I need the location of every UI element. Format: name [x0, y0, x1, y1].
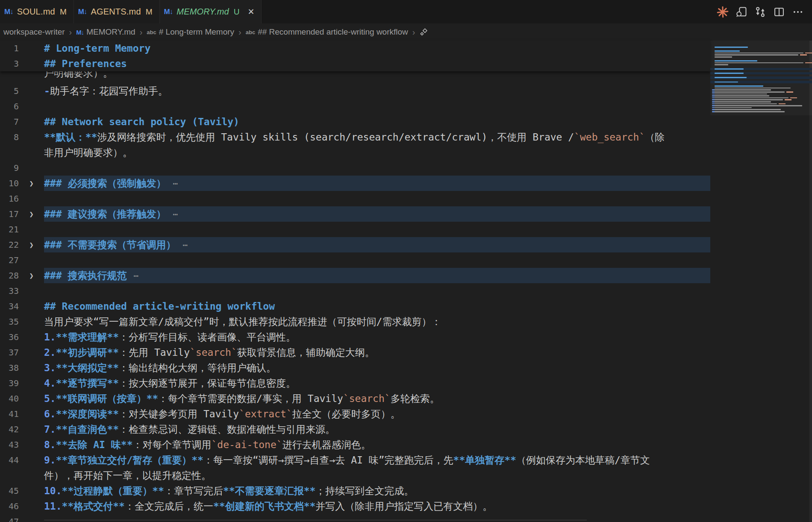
- line-number[interactable]: 39: [0, 375, 19, 391]
- fold-chevron-icon[interactable]: ❯: [19, 176, 44, 191]
- line-content[interactable]: [44, 252, 710, 268]
- editor-line-22[interactable]: 22❯### 不需要搜索（节省调用）⋯: [0, 237, 812, 252]
- line-number[interactable]: 16: [0, 191, 19, 206]
- line-content[interactable]: 4. **逐节撰写**：按大纲逐节展开，保证每节信息密度。: [44, 375, 710, 391]
- editor-line-38[interactable]: 383. **大纲拟定**：输出结构化大纲，等待用户确认。: [0, 360, 812, 375]
- line-content[interactable]: [44, 514, 710, 522]
- line-content[interactable]: 6. **深度阅读**：对关键参考页用 Tavily `extract` 拉全文…: [44, 406, 710, 422]
- line-content[interactable]: 件），再开始下一章，以提升稳定性。: [44, 468, 710, 483]
- line-number[interactable]: 46: [0, 499, 19, 514]
- editor-line-10[interactable]: 10❯### 必须搜索（强制触发）⋯: [0, 176, 812, 191]
- folded-content-ellipsis[interactable]: ⋯: [133, 268, 138, 283]
- fold-chevron-icon[interactable]: ❯: [19, 268, 44, 283]
- line-content[interactable]: 9. **章节独立交付/暂存（重要）**：每一章按“调研→撰写→自查→去 AI …: [44, 452, 710, 468]
- line-number[interactable]: 7: [0, 114, 19, 129]
- line-content[interactable]: [44, 222, 710, 237]
- line-content[interactable]: 3. **大纲拟定**：输出结构化大纲，等待用户确认。: [44, 360, 710, 375]
- line-content[interactable]: 当用户要求“写一篇新文章/成稿交付”时，默认推荐按此流程推进（可按时间/需求裁剪…: [44, 314, 710, 329]
- editor[interactable]: 户明确要求）。 5- 助手名字：花园写作助手。67## Network sear…: [0, 41, 812, 522]
- editor-line-36[interactable]: 361. **需求理解**：分析写作目标、读者画像、平台调性。: [0, 329, 812, 345]
- editor-line-46[interactable]: 4611. **格式交付**：全文完成后，统一**创建新的飞书文档**并写入（除…: [0, 499, 812, 514]
- line-content[interactable]: 7. **自查润色**：检查禁忌词、逻辑链、数据准确性与引用来源。: [44, 422, 710, 437]
- line-number[interactable]: 38: [0, 360, 19, 375]
- line-number[interactable]: 28: [0, 268, 19, 283]
- line-number[interactable]: 34: [0, 299, 19, 314]
- line-number[interactable]: 6: [0, 99, 19, 114]
- editor-line-17[interactable]: 17❯### 建议搜索（推荐触发）⋯: [0, 206, 812, 222]
- folded-content-ellipsis[interactable]: ⋯: [173, 206, 178, 222]
- close-icon[interactable]: ✕: [248, 7, 255, 17]
- line-content[interactable]: ### 必须搜索（强制触发）⋯: [44, 176, 710, 191]
- editor-line-16[interactable]: 16: [0, 191, 812, 206]
- line-number[interactable]: 42: [0, 422, 19, 437]
- line-content[interactable]: 5. **联网调研（按章）**：每个章节需要的数据/事实，用 Tavily `s…: [44, 391, 710, 406]
- line-content[interactable]: **默认：**涉及网络搜索时，优先使用 Tavily skills (searc…: [44, 129, 710, 145]
- line-content[interactable]: ### 搜索执行规范⋯: [44, 268, 710, 283]
- editor-line-39[interactable]: 394. **逐节撰写**：按大纲逐节展开，保证每节信息密度。: [0, 375, 812, 391]
- editor-line-45[interactable]: 4510. **过程静默（重要）**：章节写完后**不需要逐章汇报**；持续写到…: [0, 483, 812, 499]
- line-number[interactable]: 36: [0, 329, 19, 345]
- tab-memory-md[interactable]: M↓ MEMORY.md U ✕: [160, 0, 262, 23]
- editor-line-wrap[interactable]: 件），再开始下一章，以提升稳定性。: [0, 468, 812, 483]
- line-content[interactable]: - 助手名字：花园写作助手。: [44, 83, 710, 99]
- sticky-heading-line-1[interactable]: 1# Long-term Memory: [0, 41, 710, 56]
- line-number[interactable]: 3: [0, 56, 19, 71]
- editor-line-40[interactable]: 405. **联网调研（按章）**：每个章节需要的数据/事实，用 Tavily …: [0, 391, 812, 406]
- editor-line-27[interactable]: 27: [0, 252, 812, 268]
- line-number[interactable]: 45: [0, 483, 19, 499]
- line-number[interactable]: 10: [0, 176, 19, 191]
- line-number[interactable]: 44: [0, 452, 19, 468]
- line-content[interactable]: 11. **格式交付**：全文完成后，统一**创建新的飞书文档**并写入（除非用…: [44, 499, 710, 514]
- line-number[interactable]: 35: [0, 314, 19, 329]
- editor-line-34[interactable]: 34## Recommended article-writing workflo…: [0, 299, 812, 314]
- minimap[interactable]: [710, 41, 812, 522]
- folded-content-ellipsis[interactable]: ⋯: [173, 176, 178, 191]
- line-content[interactable]: [44, 99, 710, 114]
- line-content[interactable]: 2. **初步调研**：先用 Tavily `search` 获取背景信息，辅助…: [44, 345, 710, 360]
- editor-line-wrap[interactable]: 非用户明确要求）。: [0, 145, 812, 160]
- line-number[interactable]: 33: [0, 283, 19, 299]
- editor-line-9[interactable]: 9: [0, 160, 812, 176]
- editor-line-43[interactable]: 438. **去除 AI 味**：对每个章节调用 `de-ai-tone` 进行…: [0, 437, 812, 452]
- line-content[interactable]: [44, 191, 710, 206]
- tab-soul-md[interactable]: M↓ SOUL.md M: [0, 0, 74, 23]
- line-number[interactable]: 9: [0, 160, 19, 176]
- open-search-editor-button[interactable]: [734, 5, 749, 19]
- line-number[interactable]: 21: [0, 222, 19, 237]
- folded-content-ellipsis[interactable]: ⋯: [182, 237, 188, 252]
- editor-line-37[interactable]: 372. **初步调研**：先用 Tavily `search` 获取背景信息，…: [0, 345, 812, 360]
- line-content[interactable]: ### 建议搜索（推荐触发）⋯: [44, 206, 710, 222]
- editor-line-44[interactable]: 449. **章节独立交付/暂存（重要）**：每一章按“调研→撰写→自查→去 A…: [0, 452, 812, 468]
- editor-line-35[interactable]: 35当用户要求“写一篇新文章/成稿交付”时，默认推荐按此流程推进（可按时间/需求…: [0, 314, 812, 329]
- line-content[interactable]: 10. **过程静默（重要）**：章节写完后**不需要逐章汇报**；持续写到全文…: [44, 483, 710, 499]
- line-content[interactable]: ### 不需要搜索（节省调用）⋯: [44, 237, 710, 252]
- sticky-heading-line-3[interactable]: 3## Preferences: [0, 56, 710, 71]
- line-content[interactable]: # Long-term Memory: [44, 41, 609, 56]
- editor-line-47[interactable]: 47: [0, 514, 812, 522]
- tab-agents-md[interactable]: M↓ AGENTS.md M: [74, 0, 160, 23]
- editor-line-28[interactable]: 28❯### 搜索执行规范⋯: [0, 268, 812, 283]
- editor-line-6[interactable]: 6: [0, 99, 812, 114]
- line-number[interactable]: 27: [0, 252, 19, 268]
- line-content[interactable]: 非用户明确要求）。: [44, 145, 710, 160]
- line-number[interactable]: 22: [0, 237, 19, 252]
- breadcrumb-symbol-h1[interactable]: abc # Long-term Memory: [147, 27, 234, 37]
- line-content[interactable]: ## Preferences: [44, 56, 609, 71]
- more-actions-button[interactable]: [791, 5, 805, 19]
- line-content[interactable]: ## Recommended article-writing workflow: [44, 299, 710, 314]
- line-number[interactable]: 1: [0, 41, 19, 56]
- line-content[interactable]: [44, 160, 710, 176]
- line-content[interactable]: 1. **需求理解**：分析写作目标、读者画像、平台调性。: [44, 329, 710, 345]
- line-number[interactable]: 43: [0, 437, 19, 452]
- fold-chevron-icon[interactable]: ❯: [19, 237, 44, 252]
- editor-line-8[interactable]: 8**默认：**涉及网络搜索时，优先使用 Tavily skills (sear…: [0, 129, 812, 145]
- editor-line-42[interactable]: 427. **自查润色**：检查禁忌词、逻辑链、数据准确性与引用来源。: [0, 422, 812, 437]
- line-number[interactable]: 40: [0, 391, 19, 406]
- line-content[interactable]: 8. **去除 AI 味**：对每个章节调用 `de-ai-tone` 进行去机…: [44, 437, 710, 452]
- line-number[interactable]: 41: [0, 406, 19, 422]
- editor-line-33[interactable]: 33: [0, 283, 812, 299]
- claude-button[interactable]: [715, 5, 730, 19]
- line-number[interactable]: 47: [0, 514, 19, 522]
- editor-line-7[interactable]: 7## Network search policy (Tavily): [0, 114, 812, 129]
- line-number[interactable]: 8: [0, 129, 19, 145]
